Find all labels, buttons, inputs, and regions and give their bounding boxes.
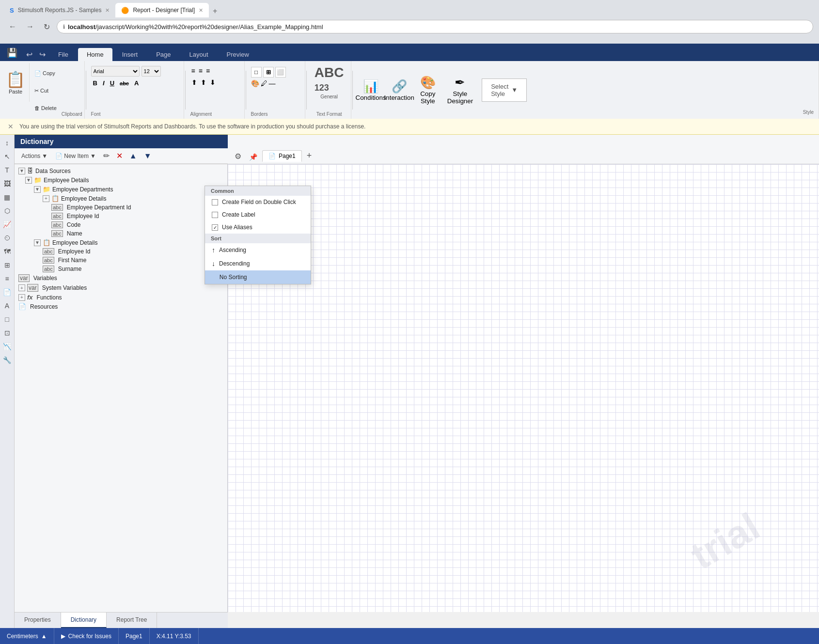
tree-item-datasources[interactable]: ▼ 🗄 Data Sources <box>16 166 225 175</box>
tree-item-resources[interactable]: 📄 Resources <box>16 302 225 311</box>
sysvars-expander[interactable]: + <box>18 284 25 291</box>
tree-item-first-name[interactable]: abc First Name <box>16 256 225 265</box>
align-bottom-button[interactable]: ⬇ <box>209 78 217 87</box>
font-color-button[interactable]: A <box>132 79 141 88</box>
create-label-item[interactable]: Create Label <box>205 208 311 221</box>
datasources-expander[interactable]: ▼ <box>18 168 25 174</box>
sidebar-icon-barcode[interactable]: ▦ <box>1 191 14 204</box>
border-outer-button[interactable]: □ <box>251 67 262 78</box>
bottom-tab-report-tree[interactable]: Report Tree <box>107 613 157 628</box>
sidebar-icon-clone[interactable]: ⊡ <box>1 327 14 339</box>
tree-item-variables[interactable]: var Variables <box>16 273 225 283</box>
interaction-button[interactable]: 🔗 Interaction <box>387 77 411 103</box>
undo-button[interactable]: ↩ <box>23 48 35 61</box>
actions-dropdown-button[interactable]: Actions ▼ <box>18 151 50 161</box>
tab-page[interactable]: Page <box>147 48 179 61</box>
tree-item-employee-details-1[interactable]: ▼ 📁 Employee Details <box>16 175 225 185</box>
tree-item-emp-id-2[interactable]: abc Employee Id <box>16 247 225 256</box>
tree-item-functions[interactable]: + fx Functions <box>16 293 225 302</box>
sidebar-icon-richtext[interactable]: A <box>1 299 14 312</box>
tree-item-employee-departments[interactable]: ▼ 📁 Employee Departments <box>16 185 225 194</box>
redo-button[interactable]: ↪ <box>36 48 48 61</box>
border-style-button[interactable]: — <box>269 79 276 87</box>
delete-dict-button[interactable]: ✕ <box>114 150 125 161</box>
edept-expander[interactable]: ▼ <box>34 186 41 193</box>
underline-button[interactable]: U <box>108 79 116 88</box>
sidebar-icon-pointer[interactable]: ↖ <box>1 150 14 163</box>
tree-item-code[interactable]: abc Code <box>16 220 225 229</box>
sidebar-icon-tool[interactable]: 🔧 <box>1 354 14 366</box>
tree-item-employee-details-2[interactable]: ▼ 📋 Employee Details <box>16 238 225 247</box>
sidebar-icon-subreport[interactable]: 📄 <box>1 286 14 298</box>
tree-item-employee-details-sub[interactable]: + 📋 Employee Details <box>16 194 225 203</box>
sidebar-icon-sparkline[interactable]: 📉 <box>1 340 14 353</box>
tree-item-name[interactable]: abc Name <box>16 229 225 238</box>
sidebar-icon-table[interactable]: ⊞ <box>1 259 14 271</box>
browser-tab-1[interactable]: S Stimulsoft Reports.JS - Samples ✕ <box>4 3 115 17</box>
forward-button[interactable]: → <box>23 20 37 33</box>
tab1-close[interactable]: ✕ <box>105 7 110 14</box>
bottom-tab-properties[interactable]: Properties <box>15 613 61 628</box>
italic-button[interactable]: I <box>101 79 107 88</box>
page-status[interactable]: Page1 <box>119 628 150 644</box>
align-top-button[interactable]: ⬆ <box>190 78 198 87</box>
tree-item-emp-dept-id[interactable]: abc Employee Department Id <box>16 203 225 212</box>
delete-button[interactable]: 🗑 Delete <box>32 104 60 112</box>
sidebar-icon-text[interactable]: T <box>1 164 14 176</box>
align-center-button[interactable]: ≡ <box>198 66 204 76</box>
tree-item-emp-id-1[interactable]: abc Employee Id <box>16 212 225 220</box>
tab-file[interactable]: File <box>49 48 77 61</box>
edit-button[interactable]: ✏ <box>101 150 112 161</box>
ed2-expander[interactable]: ▼ <box>34 239 41 246</box>
units-status[interactable]: Centimeters ▲ <box>0 628 54 644</box>
browser-tab-2[interactable]: 🟠 Report - Designer [Trial] ✕ <box>115 3 209 17</box>
conditions-button[interactable]: 📊 Conditions <box>359 77 383 103</box>
sidebar-icon-panel[interactable]: □ <box>1 313 14 326</box>
tab-home[interactable]: Home <box>78 48 112 61</box>
url-bar[interactable]: ℹ localhost/javascript/Working%20with%20… <box>57 20 813 33</box>
create-label-checkbox[interactable] <box>212 212 218 218</box>
tab-insert[interactable]: Insert <box>113 48 147 61</box>
new-tab-button[interactable]: + <box>209 5 221 17</box>
trial-bar-close[interactable]: ✕ <box>8 123 14 130</box>
border-none-button[interactable]: ⬜ <box>275 67 286 78</box>
check-issues-status[interactable]: ▶ Check for Issues <box>54 628 119 644</box>
tab-layout[interactable]: Layout <box>181 48 217 61</box>
ascending-item[interactable]: ↑ Ascending <box>205 243 311 257</box>
funcs-expander[interactable]: + <box>18 294 25 301</box>
sidebar-icon-list[interactable]: ≡ <box>1 272 14 285</box>
tree-item-surname[interactable]: abc Surname <box>16 265 225 273</box>
sidebar-icon-move[interactable]: ↕ <box>1 137 14 149</box>
bold-button[interactable]: B <box>91 79 99 88</box>
align-right-button[interactable]: ≡ <box>205 66 211 76</box>
grid-area[interactable]: trial <box>228 164 819 612</box>
tab-preview[interactable]: Preview <box>218 48 258 61</box>
descending-item[interactable]: ↓ Descending <box>205 257 311 270</box>
font-size-select[interactable]: 12 <box>142 66 161 77</box>
add-page-button[interactable]: + <box>304 150 315 162</box>
border-full-button[interactable]: ⊞ <box>263 67 274 78</box>
settings-button[interactable]: ⚙ <box>232 151 244 162</box>
copy-style-button[interactable]: 🎨 Copy Style <box>415 73 441 107</box>
font-family-select[interactable]: Arial <box>91 66 140 77</box>
create-field-on-double-click-item[interactable]: Create Field on Double Click <box>205 196 311 208</box>
use-aliases-checkbox[interactable]: ✓ <box>212 224 218 231</box>
sidebar-icon-map[interactable]: 🗺 <box>1 245 14 258</box>
sidebar-icon-shape[interactable]: ⬡ <box>1 204 14 217</box>
border-color-button[interactable]: 🖊 <box>261 79 268 87</box>
align-middle-button[interactable]: ⬆ <box>200 78 207 87</box>
ed1-expander[interactable]: ▼ <box>25 177 32 184</box>
fill-color-button[interactable]: 🎨 <box>251 79 259 87</box>
sidebar-icon-image[interactable]: 🖼 <box>1 177 14 190</box>
style-designer-button[interactable]: ✒ Style Designer <box>444 73 476 107</box>
refresh-button[interactable]: ↻ <box>41 20 53 33</box>
bottom-tab-dictionary[interactable]: Dictionary <box>61 613 107 628</box>
use-aliases-item[interactable]: ✓ Use Aliases <box>205 221 311 234</box>
tree-item-system-variables[interactable]: + var System Variables <box>16 283 225 293</box>
tab2-close[interactable]: ✕ <box>199 7 203 14</box>
move-up-button[interactable]: ▲ <box>127 151 140 161</box>
eds-expander[interactable]: + <box>43 195 49 202</box>
move-down-button[interactable]: ▼ <box>142 151 154 161</box>
copy-button[interactable]: 📄 Copy <box>32 69 60 78</box>
select-style-box[interactable]: Select Style ▼ <box>482 79 527 102</box>
